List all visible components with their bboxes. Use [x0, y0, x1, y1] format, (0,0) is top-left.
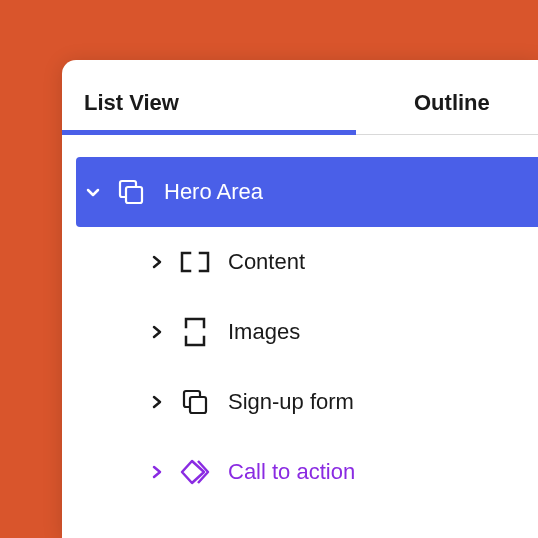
diamond-icon [180, 457, 210, 487]
chevron-right-icon [148, 323, 166, 341]
rows-icon [180, 317, 210, 347]
group-icon [116, 177, 146, 207]
tab-label: List View [84, 90, 179, 115]
svg-rect-1 [126, 187, 142, 203]
tree-item-label: Call to action [228, 459, 355, 485]
editor-panel: List View Outline Hero Area [62, 60, 538, 538]
tree-view: Hero Area Content [62, 135, 538, 507]
tree-item-signup-form[interactable]: Sign-up form [76, 367, 538, 437]
tree-item-content[interactable]: Content [76, 227, 538, 297]
tree-item-label: Sign-up form [228, 389, 354, 415]
tab-bar: List View Outline [62, 60, 538, 135]
tree-item-label: Images [228, 319, 300, 345]
tree-item-call-to-action[interactable]: Call to action [76, 437, 538, 507]
group-icon [180, 387, 210, 417]
tree-item-label: Content [228, 249, 305, 275]
columns-icon [180, 247, 210, 277]
tree-item-hero-area[interactable]: Hero Area [76, 157, 538, 227]
tree-item-label: Hero Area [164, 179, 263, 205]
tab-outline[interactable]: Outline [356, 78, 538, 134]
tree-item-images[interactable]: Images [76, 297, 538, 367]
chevron-right-icon [148, 463, 166, 481]
tab-label: Outline [414, 90, 490, 115]
svg-rect-3 [190, 397, 206, 413]
chevron-down-icon [84, 183, 102, 201]
tab-list-view[interactable]: List View [62, 78, 356, 134]
chevron-right-icon [148, 253, 166, 271]
chevron-right-icon [148, 393, 166, 411]
